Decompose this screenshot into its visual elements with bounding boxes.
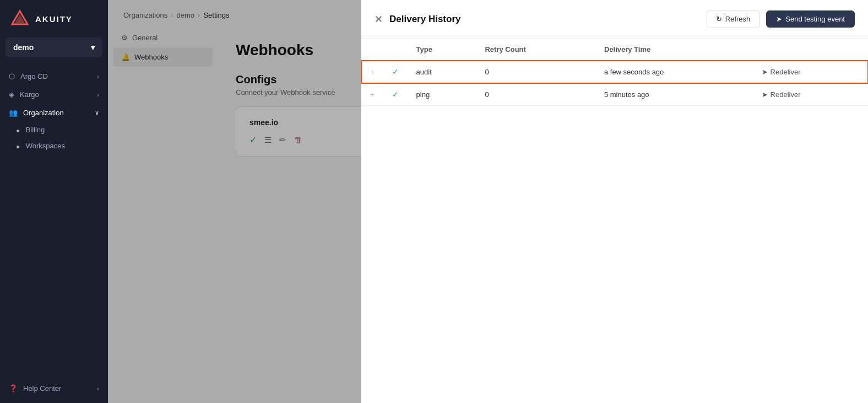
panel-header: ✕ Delivery History ↻ Refresh ➤ Send test…: [361, 0, 868, 39]
check-icon: ✓: [392, 67, 399, 76]
sidebar-item-label: Organization: [23, 109, 64, 117]
sidebar-item-label: Kargo: [20, 90, 39, 99]
overlay: ✕ Delivery History ↻ Refresh ➤ Send test…: [108, 0, 868, 403]
refresh-button[interactable]: ↻ Refresh: [707, 10, 760, 28]
table-row: + ✓ ping 0 5 minutes ago ➤ Redeliver: [361, 83, 868, 106]
redeliver-cell: ➤ Redeliver: [753, 83, 868, 106]
table-row: + ✓ audit 0 a few seconds ago ➤ Redelive…: [361, 61, 868, 83]
argo-cd-icon: ⬡: [9, 72, 15, 80]
panel-body: Type Retry Count Delivery Time + ✓ audit: [361, 39, 868, 403]
chevron-right-icon: ›: [97, 385, 99, 392]
bullet-icon: [17, 130, 19, 132]
col-actions: [753, 39, 868, 61]
sidebar-item-organization[interactable]: 👥 Organization ∨: [0, 104, 108, 122]
chevron-down-icon: ▾: [91, 43, 95, 52]
redeliver-icon: ➤: [762, 90, 768, 99]
akuity-logo: [10, 9, 30, 29]
type-cell: ping: [408, 83, 476, 106]
org-name: demo: [13, 43, 34, 52]
sidebar-item-help-center[interactable]: ❓ Help Center ›: [0, 379, 108, 397]
delivery-table: Type Retry Count Delivery Time + ✓ audit: [361, 39, 868, 106]
type-cell: audit: [408, 61, 476, 83]
col-status: [383, 39, 408, 61]
panel-title: Delivery History: [389, 14, 700, 25]
expand-cell[interactable]: +: [361, 83, 383, 106]
refresh-label: Refresh: [725, 15, 751, 23]
logo-area: AKUITY: [0, 0, 108, 37]
send-testing-event-button[interactable]: ➤ Send testing event: [766, 10, 855, 28]
send-label: Send testing event: [785, 15, 845, 23]
col-retry-count: Retry Count: [476, 39, 595, 61]
sidebar: AKUITY demo ▾ ⬡ Argo CD › ◈ Kargo › 👥 Or…: [0, 0, 108, 403]
col-expand: [361, 39, 383, 61]
sidebar-item-kargo[interactable]: ◈ Kargo ›: [0, 85, 108, 104]
delivery-panel: ✕ Delivery History ↻ Refresh ➤ Send test…: [361, 0, 868, 403]
org-selector[interactable]: demo ▾: [6, 37, 102, 57]
sidebar-item-workspaces[interactable]: Workspaces: [0, 138, 108, 154]
redeliver-button[interactable]: ➤ Redeliver: [762, 90, 801, 99]
status-cell: ✓: [383, 61, 408, 83]
retry-count-cell: 0: [476, 61, 595, 83]
sidebar-item-billing[interactable]: Billing: [0, 122, 108, 138]
col-type: Type: [408, 39, 476, 61]
sidebar-sub-label: Billing: [26, 126, 45, 134]
send-icon: ➤: [776, 15, 782, 23]
logo-text: AKUITY: [35, 14, 73, 24]
chevron-down-icon: ∨: [95, 109, 99, 116]
delivery-time-cell: a few seconds ago: [595, 61, 753, 83]
organization-icon: 👥: [9, 109, 18, 117]
help-icon: ❓: [9, 384, 18, 393]
sidebar-item-label: Argo CD: [20, 72, 48, 80]
sidebar-item-argo-cd[interactable]: ⬡ Argo CD ›: [0, 67, 108, 85]
sidebar-item-label: Help Center: [23, 384, 61, 393]
main-content: Organizations › demo › Settings ⚙ Genera…: [108, 0, 868, 403]
sidebar-nav: ⬡ Argo CD › ◈ Kargo › 👥 Organization ∨ B…: [0, 64, 108, 157]
retry-count-cell: 0: [476, 83, 595, 106]
redeliver-icon: ➤: [762, 68, 768, 76]
redeliver-label: Redeliver: [771, 68, 801, 76]
expand-cell[interactable]: +: [361, 61, 383, 83]
sidebar-sub-label: Workspaces: [26, 142, 65, 150]
delivery-time-cell: 5 minutes ago: [595, 83, 753, 106]
redeliver-cell: ➤ Redeliver: [753, 61, 868, 83]
chevron-right-icon: ›: [97, 92, 99, 98]
col-delivery-time: Delivery Time: [595, 39, 753, 61]
chevron-right-icon: ›: [97, 73, 99, 80]
status-cell: ✓: [383, 83, 408, 106]
redeliver-label: Redeliver: [771, 90, 801, 99]
check-icon: ✓: [392, 90, 399, 99]
sidebar-help: ❓ Help Center ›: [0, 374, 108, 403]
close-button[interactable]: ✕: [375, 14, 383, 24]
redeliver-button[interactable]: ➤ Redeliver: [762, 68, 801, 76]
kargo-icon: ◈: [9, 90, 14, 99]
refresh-icon: ↻: [716, 15, 722, 23]
table-header-row: Type Retry Count Delivery Time: [361, 39, 868, 61]
bullet-icon: [17, 146, 19, 148]
